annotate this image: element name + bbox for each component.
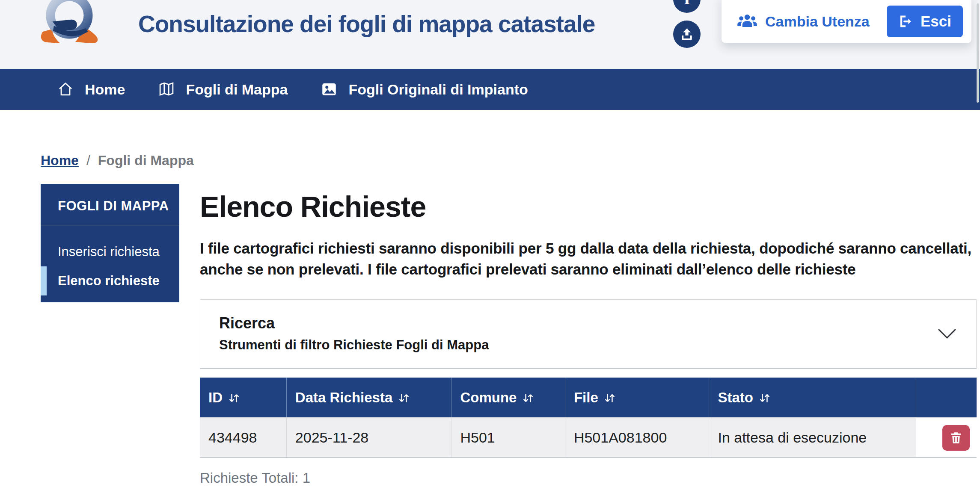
page-title: Consultazione dei fogli di mappa catasta… xyxy=(138,10,595,38)
column-header-file[interactable]: File xyxy=(565,378,709,418)
section-description: I file cartografici richiesti saranno di… xyxy=(200,238,977,280)
content-layout: FOGLI DI MAPPA Inserisci richiesta Elenc… xyxy=(0,184,980,486)
trash-icon xyxy=(949,431,963,445)
nav-item-label: Fogli Originali di Impianto xyxy=(348,81,528,98)
delete-request-button[interactable] xyxy=(942,425,970,451)
breadcrumb-current: Fogli di Mappa xyxy=(98,153,194,168)
column-label: Comune xyxy=(460,390,517,405)
cell-data-richiesta: 2025-11-28 xyxy=(286,418,451,458)
cambia-utenza-button[interactable]: Cambia Utenza xyxy=(736,13,870,30)
breadcrumb: Home / Fogli di Mappa xyxy=(41,153,980,168)
breadcrumb-home-link[interactable]: Home xyxy=(41,153,79,168)
column-label: Stato xyxy=(718,390,753,405)
breadcrumb-separator: / xyxy=(86,153,90,168)
sort-arrows-icon xyxy=(603,392,616,405)
upload-button[interactable] xyxy=(673,21,701,48)
cell-id: 434498 xyxy=(200,418,286,458)
sort-arrows-icon xyxy=(758,392,771,405)
users-icon xyxy=(736,13,758,30)
sidebar-item-elenco-richieste[interactable]: Elenco richieste xyxy=(41,266,179,295)
info-button[interactable]: i xyxy=(673,0,701,13)
column-header-comune[interactable]: Comune xyxy=(451,378,565,418)
esci-button[interactable]: Esci xyxy=(887,6,963,37)
requests-table: ID Data Richiesta Comune File Stato 4344… xyxy=(200,378,977,458)
total-requests-label: Richieste Totali: 1 xyxy=(200,470,977,486)
info-icon: i xyxy=(684,0,689,8)
cell-comune: H501 xyxy=(451,418,565,458)
scrollbar-thumb[interactable] xyxy=(977,3,979,103)
cell-stato: In attesa di esecuzione xyxy=(709,418,916,458)
section-title: Elenco Richieste xyxy=(200,190,977,223)
logout-icon xyxy=(898,14,913,29)
search-subtitle: Strumenti di filtro Richieste Fogli di M… xyxy=(219,337,925,353)
page: Consultazione dei fogli di mappa catasta… xyxy=(0,0,980,502)
home-icon xyxy=(56,80,74,98)
search-title: Ricerca xyxy=(219,314,925,332)
nav-item-label: Fogli di Mappa xyxy=(186,81,288,98)
cell-file: H501A081800 xyxy=(565,418,709,458)
nav-item-fogli-di-mappa[interactable]: Fogli di Mappa xyxy=(157,80,288,98)
column-label: File xyxy=(574,390,598,405)
table-header-row: ID Data Richiesta Comune File Stato xyxy=(200,378,977,418)
image-icon xyxy=(320,80,338,98)
upload-icon xyxy=(679,27,695,42)
table-row: 434498 2025-11-28 H501 H501A081800 In at… xyxy=(200,418,977,458)
app-header: Consultazione dei fogli di mappa catasta… xyxy=(0,0,980,69)
column-header-stato[interactable]: Stato xyxy=(709,378,916,418)
sidebar: FOGLI DI MAPPA Inserisci richiesta Elenc… xyxy=(41,184,179,302)
column-label: Data Richiesta xyxy=(295,390,392,405)
map-icon xyxy=(157,80,175,98)
sort-arrows-icon xyxy=(228,392,241,405)
main-content: Elenco Richieste I file cartografici ric… xyxy=(200,184,977,486)
search-accordion[interactable]: Ricerca Strumenti di filtro Richieste Fo… xyxy=(200,299,977,369)
user-menu-panel: Cambia Utenza Esci xyxy=(722,0,971,43)
sidebar-list: Inserisci richiesta Elenco richieste xyxy=(41,225,179,302)
column-header-id[interactable]: ID xyxy=(200,378,286,418)
nav-item-home[interactable]: Home xyxy=(56,80,125,98)
agenzia-entrate-logo xyxy=(38,0,102,46)
nav-item-label: Home xyxy=(85,81,125,98)
column-header-data-richiesta[interactable]: Data Richiesta xyxy=(286,378,451,418)
column-header-actions xyxy=(916,378,977,418)
esci-label: Esci xyxy=(921,13,951,30)
sort-arrows-icon xyxy=(398,392,410,405)
chevron-down-icon[interactable] xyxy=(938,328,956,340)
cell-actions xyxy=(916,418,977,458)
column-label: ID xyxy=(208,390,223,405)
sidebar-item-inserisci-richiesta[interactable]: Inserisci richiesta xyxy=(41,237,179,266)
main-nav: Home Fogli di Mappa Fogli Originali di I… xyxy=(0,69,980,110)
nav-item-fogli-originali[interactable]: Fogli Originali di Impianto xyxy=(320,80,528,98)
cambia-utenza-label: Cambia Utenza xyxy=(765,13,870,30)
sidebar-title: FOGLI DI MAPPA xyxy=(41,184,179,225)
sort-arrows-icon xyxy=(522,392,535,405)
